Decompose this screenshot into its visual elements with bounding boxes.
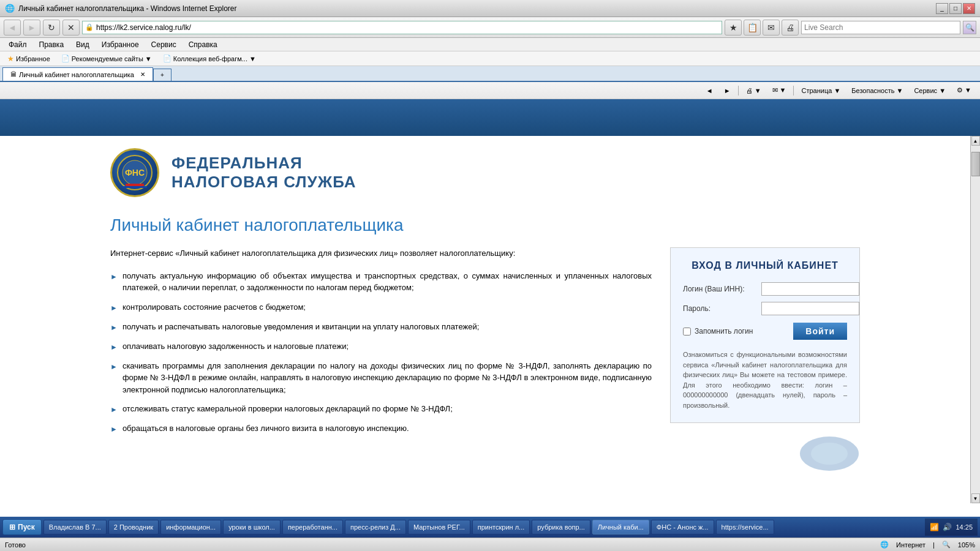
nav-extra-1[interactable]: 📋 [744, 20, 761, 36]
zone-icon: 🌐 [880, 541, 889, 549]
scroll-handle[interactable] [971, 152, 980, 176]
favorites-bar: ★ Избранное 📄 Рекомендуемые сайты ▼ 📄 Ко… [0, 51, 980, 66]
fns-logo: ФНС [110, 148, 159, 197]
taskbar-item-6[interactable]: пресс-релиз Д... [345, 520, 406, 534]
login-button[interactable]: Войти [793, 323, 847, 340]
left-column: Интернет-сервис «Личный кабинет налогопл… [110, 247, 652, 474]
close-button[interactable]: ✕ [963, 3, 975, 14]
menu-file[interactable]: Файл [2, 39, 33, 50]
remember-left: Запомнить логин [683, 327, 753, 335]
bullet-text-4: оплачивать налоговую задолженность и нал… [123, 340, 349, 353]
password-row: Пароль: [683, 302, 847, 315]
taskbar-clock: 14:25 [956, 523, 973, 531]
bullet-icon-3: ► [110, 322, 118, 333]
title-bar-controls[interactable]: _ □ ✕ [936, 3, 975, 14]
taskbar-item-8[interactable]: принтскрин л... [472, 520, 530, 534]
logo-text: ФЕДЕРАЛЬНАЯ НАЛОГОВАЯ СЛУЖБА [172, 154, 356, 192]
remember-label: Запомнить логин [695, 327, 753, 335]
svg-text:ФНС: ФНС [125, 168, 145, 178]
toolbar-security-btn[interactable]: Безопасность ▼ [848, 86, 907, 96]
search-bar[interactable] [801, 21, 960, 34]
scroll-down-button[interactable]: ▼ [971, 493, 980, 503]
nav-extra-2[interactable]: ✉ [763, 20, 780, 36]
scroll-up-button[interactable]: ▲ [971, 136, 980, 146]
taskbar-item-2[interactable]: 2 Проводник [108, 520, 159, 534]
taskbar-item-7[interactable]: Мартынов РЕГ... [408, 520, 470, 534]
zoom-text: 105% [958, 541, 975, 549]
toolbar-page-btn[interactable]: Страница ▼ [797, 86, 844, 96]
login-input[interactable] [761, 282, 859, 296]
login-row: Логин (Ваш ИНН): [683, 282, 847, 296]
search-input[interactable] [804, 23, 957, 32]
title-bar: 🌐 Личный кабинет налогоплательщика - Win… [0, 0, 980, 17]
address-input[interactable] [96, 23, 719, 32]
login-label: Логин (Ваш ИНН): [683, 285, 756, 293]
remember-checkbox[interactable] [683, 328, 691, 335]
title-bar-title: Личный кабинет налогоплательщика - Windo… [18, 4, 236, 13]
stop-button[interactable]: ✕ [62, 20, 80, 36]
bullet-icon-7: ► [110, 424, 118, 435]
login-box: ВХОД В ЛИЧНЫЙ КАБИНЕТ Логин (Ваш ИНН): П… [670, 247, 860, 423]
status-bar: Готово 🌐 Интернет | 🔍 105% [0, 538, 980, 551]
toolbar-gear-btn[interactable]: ⚙ ▼ [953, 85, 975, 96]
taskbar-item-1[interactable]: Владислав В 7... [43, 520, 107, 534]
toolbar-email-btn[interactable]: ✉ ▼ [769, 85, 790, 96]
menu-view[interactable]: Вид [70, 39, 96, 50]
favorites-icon[interactable]: ★ [725, 20, 742, 36]
taskbar-item-3[interactable]: информацион... [160, 520, 221, 534]
nav-extra-3[interactable]: 🖨 [782, 20, 799, 36]
minimize-button[interactable]: _ [936, 3, 948, 14]
address-bar[interactable]: 🔒 [82, 21, 722, 34]
remember-row: Запомнить логин Войти [683, 323, 847, 340]
taskbar-item-10[interactable]: Личный каби... [592, 520, 649, 534]
bullet-icon-2: ► [110, 302, 118, 313]
page-content: ФНС ФЕДЕРАЛЬНАЯ НАЛОГОВАЯ СЛУЖБА Личный … [0, 136, 970, 503]
new-tab-button[interactable]: + [153, 69, 172, 81]
refresh-button[interactable]: ↻ [43, 20, 60, 36]
search-go-button[interactable]: 🔍 [963, 21, 976, 34]
back-button[interactable]: ◄ [4, 20, 21, 36]
favorites-item-main[interactable]: ★ Избранное [4, 53, 54, 64]
taskbar-item-11[interactable]: ФНС - Анонс ж... [651, 520, 714, 534]
two-col-layout: Интернет-сервис «Личный кабинет налогопл… [0, 247, 970, 474]
scrollbar[interactable]: ▲ ▼ [970, 136, 980, 503]
logo-line1: ФЕДЕРАЛЬНАЯ [172, 154, 356, 173]
zoom-separator: | [933, 541, 935, 549]
taskbar-item-4[interactable]: уроки в школ... [223, 520, 281, 534]
list-item: ► оплачивать налоговую задолженность и н… [110, 340, 652, 353]
menu-service[interactable]: Сервис [145, 39, 183, 50]
tab-close-icon[interactable]: ✕ [140, 71, 145, 78]
bullet-text-2: контролировать состояние расчетов с бюдж… [123, 301, 306, 313]
maximize-button[interactable]: □ [949, 3, 962, 14]
start-button[interactable]: ⊞ Пуск [2, 519, 42, 535]
toolbar-nav-btn-2[interactable]: ► [720, 86, 734, 96]
title-bar-left: 🌐 Личный кабинет налогоплательщика - Win… [5, 4, 236, 13]
toolbar-nav-btn-1[interactable]: ◄ [703, 86, 717, 96]
ie-icon: 🌐 [5, 4, 15, 13]
favorites-item-collection[interactable]: 📄 Коллекция веб-фрагм... ▼ [159, 53, 260, 64]
favorites-item-recommended[interactable]: 📄 Рекомендуемые сайты ▼ [58, 53, 156, 64]
toolbar-print-btn[interactable]: 🖨 ▼ [742, 86, 765, 96]
toolbar-service-btn[interactable]: Сервис ▼ [910, 86, 949, 96]
menu-edit[interactable]: Правка [33, 39, 70, 50]
taskbar-item-5[interactable]: переработанн... [282, 520, 343, 534]
taskbar-item-12[interactable]: https://service... [716, 520, 774, 534]
menu-help[interactable]: Справка [183, 39, 224, 50]
password-input[interactable] [761, 302, 859, 315]
fav-label-main: Избранное [16, 55, 50, 62]
active-tab[interactable]: 🏛 Личный кабинет налогоплательщика ✕ [2, 67, 153, 81]
zoom-icon: 🔍 [942, 541, 951, 549]
list-item: ► обращаться в налоговые органы без личн… [110, 422, 652, 435]
bullet-text-5: скачивать программы для заполнения декла… [123, 360, 652, 396]
menu-favorites[interactable]: Избранное [96, 39, 145, 50]
scroll-track[interactable] [971, 146, 980, 493]
tab-favicon: 🏛 [10, 71, 17, 78]
tab-title: Личный кабинет налогоплательщика [19, 71, 134, 78]
page-title: Личный кабинет налогоплательщика [110, 216, 860, 235]
svg-point-6 [811, 443, 848, 465]
taskbar-item-9[interactable]: рубрика вопр... [532, 520, 590, 534]
content-wrapper: ФНС ФЕДЕРАЛЬНАЯ НАЛОГОВАЯ СЛУЖБА Личный … [0, 136, 980, 503]
bullet-icon-5: ► [110, 361, 118, 396]
forward-button[interactable]: ► [23, 20, 40, 36]
svg-rect-4 [123, 186, 147, 188]
